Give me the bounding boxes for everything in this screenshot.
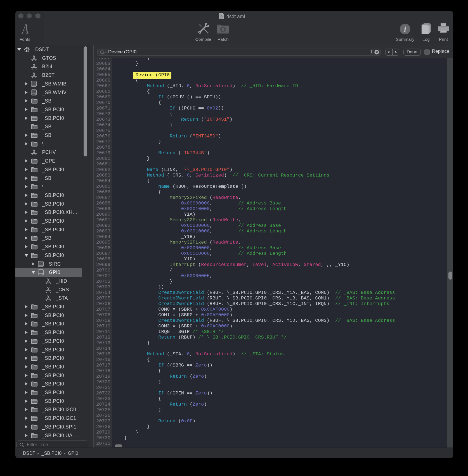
svg-text:AML: AML — [220, 17, 223, 19]
svg-text:i: i — [404, 25, 406, 34]
